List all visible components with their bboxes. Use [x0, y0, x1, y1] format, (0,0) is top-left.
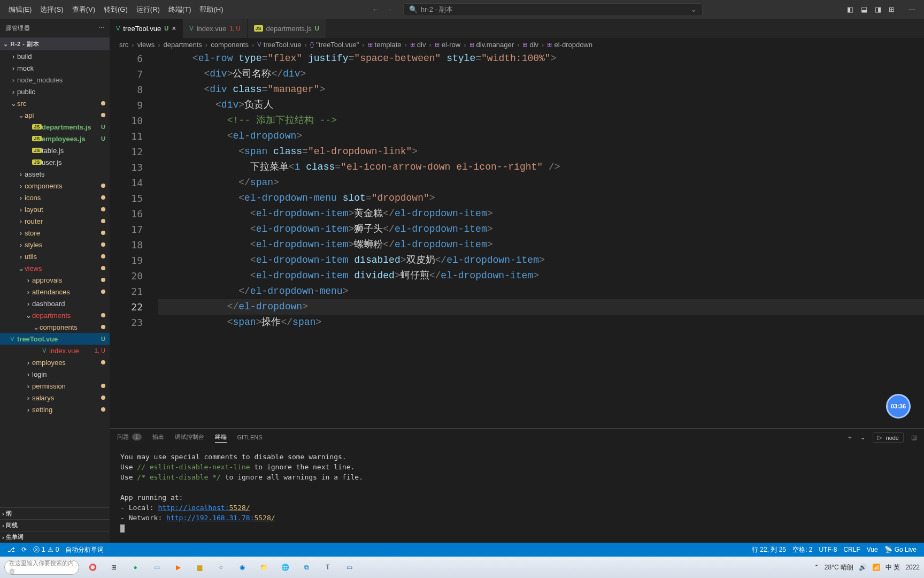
tree-item-employees.js[interactable]: JSemployees.jsU — [0, 133, 110, 144]
breadcrumb-item[interactable]: div.manager — [476, 41, 514, 49]
tree-item-router[interactable]: ›router — [0, 215, 110, 227]
breadcrumb-item[interactable]: "treeTool.vue" — [316, 41, 359, 49]
language-status[interactable]: Vue — [864, 545, 881, 554]
code-editor[interactable]: 67891011121314151617181920212223 <el-row… — [110, 51, 924, 428]
layout-sidebar-right-icon[interactable]: ◨ — [875, 5, 881, 13]
tree-item-departments[interactable]: ⌄departments — [0, 309, 110, 321]
tree-item-attendances[interactable]: ›attendances — [0, 286, 110, 298]
breadcrumb-item[interactable]: components — [211, 41, 249, 49]
breadcrumb-item[interactable]: el-row — [442, 41, 460, 49]
breadcrumb-item[interactable]: template — [375, 41, 402, 49]
tree-item-user.js[interactable]: JSuser.js — [0, 156, 110, 168]
timeline-section[interactable]: › 间线 — [0, 519, 110, 531]
terminal-selector[interactable]: ▷ node — [873, 432, 904, 443]
code-content[interactable]: <el-row type="flex" justify="space-betwe… — [158, 51, 924, 428]
indent-status[interactable]: 空格: 2 — [789, 545, 815, 554]
breadcrumb-item[interactable]: div — [529, 41, 538, 49]
tree-item-views[interactable]: ⌄views — [0, 262, 110, 274]
layout-panel-icon[interactable]: ⬓ — [861, 5, 867, 13]
tree-item-mock[interactable]: ›mock — [0, 62, 110, 74]
volume-icon[interactable]: 🔊 — [859, 564, 867, 571]
add-terminal-icon[interactable]: ＋ — [847, 434, 853, 442]
breadcrumb-item[interactable]: views — [137, 41, 155, 49]
tab-departments.js[interactable]: JSdepartments.jsU — [248, 19, 326, 38]
tree-item-utils[interactable]: ›utils — [0, 250, 110, 262]
media-player-icon[interactable]: ▶ — [170, 559, 186, 575]
split-terminal-icon[interactable]: ◫ — [911, 434, 917, 441]
layout-sidebar-left-icon[interactable]: ◧ — [847, 5, 853, 13]
app-icon[interactable]: ▭ — [341, 559, 357, 575]
taskview-icon[interactable]: ⊞ — [106, 559, 122, 575]
tree-item-icons[interactable]: ›icons — [0, 192, 110, 203]
app-icon[interactable]: ▆ — [191, 559, 207, 575]
cursor-position[interactable]: 行 22, 列 25 — [749, 545, 789, 554]
tree-item-setting[interactable]: ›setting — [0, 404, 110, 415]
terminal[interactable]: You may use special comments to disable … — [110, 446, 924, 543]
panel-tab-gitlens[interactable]: GITLENS — [237, 434, 263, 442]
breadcrumb-item[interactable]: div — [417, 41, 426, 49]
minimize-icon[interactable]: — — [908, 5, 915, 13]
tree-item-departments.js[interactable]: JSdepartments.jsU — [0, 121, 110, 133]
tree-item-permission[interactable]: ›permission — [0, 380, 110, 392]
command-center[interactable]: 🔍 hr-2 - 副本 ⌄ — [403, 3, 703, 16]
menu-run[interactable]: 运行(R) — [132, 0, 164, 19]
tree-item-dashboard[interactable]: ›dashboard — [0, 298, 110, 309]
tree-item-node_modules[interactable]: ›node_modules — [0, 74, 110, 86]
app-icon[interactable]: ▭ — [149, 559, 165, 575]
breadcrumbs[interactable]: src›views›departments›components›VtreeTo… — [110, 38, 924, 51]
tree-item-layout[interactable]: ›layout — [0, 203, 110, 215]
wifi-icon[interactable]: 📶 — [872, 564, 880, 571]
tree-item-api[interactable]: ⌄api — [0, 109, 110, 121]
breadcrumb-item[interactable]: el-dropdown — [554, 41, 592, 49]
more-icon[interactable]: ⋯ — [98, 25, 105, 32]
edge-icon[interactable]: ◉ — [234, 559, 250, 575]
menu-edit[interactable]: 编辑(E) — [4, 0, 36, 19]
panel-tab-terminal[interactable]: 终端 — [215, 433, 227, 443]
tree-item-salarys[interactable]: ›salarys — [0, 392, 110, 404]
cortana-icon[interactable]: ⭕ — [84, 559, 101, 575]
analysis-status[interactable]: 自动分析单词 — [62, 545, 107, 554]
tree-item-components[interactable]: ⌄components — [0, 321, 110, 333]
tree-item-index.vue[interactable]: Vindex.vue1, U — [0, 345, 110, 356]
tree-item-styles[interactable]: ›styles — [0, 239, 110, 250]
ime-indicator[interactable]: 中 英 — [886, 563, 900, 572]
chrome-icon[interactable]: 🌐 — [277, 559, 293, 575]
remote-icon[interactable]: ⎇ — [4, 546, 18, 553]
vscode-icon[interactable]: ⧉ — [298, 559, 314, 575]
breadcrumb-item[interactable]: src — [119, 41, 128, 49]
tab-index.vue[interactable]: Vindex.vue1, U — [183, 19, 247, 38]
project-root[interactable]: ⌄ R-2 - 副本 — [0, 37, 110, 50]
app-icon[interactable]: ○ — [213, 559, 229, 575]
tray-chevron-icon[interactable]: ⌃ — [814, 564, 819, 571]
go-live-button[interactable]: 📡 Go Live — [881, 545, 920, 554]
weather-widget[interactable]: 28°C 晴朗 — [825, 563, 853, 572]
date-indicator[interactable]: 2022 — [905, 564, 920, 571]
tree-item-build[interactable]: ›build — [0, 50, 110, 62]
tree-item-approvals[interactable]: ›approvals — [0, 274, 110, 286]
app-icon[interactable]: T — [320, 559, 336, 575]
menu-select[interactable]: 选择(S) — [36, 0, 67, 19]
tree-item-employees[interactable]: ›employees — [0, 356, 110, 368]
tree-item-components[interactable]: ›components — [0, 180, 110, 192]
nav-back-icon[interactable]: ← — [372, 5, 379, 13]
nav-forward-icon[interactable]: → — [386, 5, 392, 13]
menu-view[interactable]: 查看(V) — [68, 0, 99, 19]
problems-status[interactable]: ⓧ1 ⚠0 — [30, 545, 62, 554]
menu-help[interactable]: 帮助(H) — [195, 0, 227, 19]
system-tray[interactable]: ⌃ 28°C 晴朗 🔊 📶 中 英 2022 — [814, 563, 920, 572]
chevron-down-icon[interactable]: ⌄ — [691, 5, 697, 13]
tree-item-assets[interactable]: ›assets — [0, 168, 110, 180]
tab-treeTool.vue[interactable]: VtreeTool.vueU× — [110, 19, 183, 38]
breadcrumb-item[interactable]: departments — [164, 41, 202, 49]
panel-tab-output[interactable]: 输出 — [152, 433, 164, 442]
words-section[interactable]: › 生单词 — [0, 531, 110, 543]
encoding-status[interactable]: UTF-8 — [815, 545, 840, 554]
outline-section[interactable]: › 纲 — [0, 507, 110, 519]
chevron-down-icon[interactable]: ⌄ — [860, 434, 865, 441]
menu-terminal[interactable]: 终端(T) — [164, 0, 196, 19]
customize-layout-icon[interactable]: ⊞ — [889, 5, 895, 13]
tree-item-store[interactable]: ›store — [0, 227, 110, 239]
tree-item-table.js[interactable]: JStable.js — [0, 144, 110, 156]
panel-tab-debug[interactable]: 调试控制台 — [175, 433, 204, 442]
tree-item-src[interactable]: ⌄src — [0, 97, 110, 109]
